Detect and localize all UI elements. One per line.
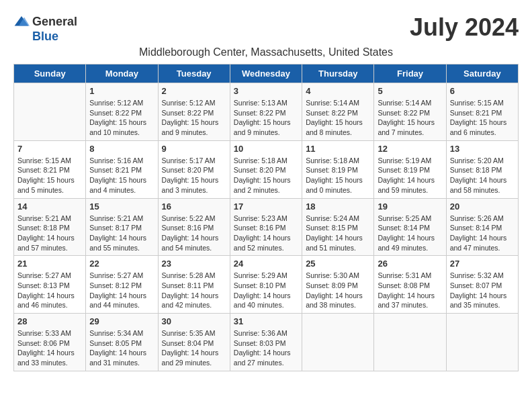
calendar-week-row: 28Sunrise: 5:33 AMSunset: 8:06 PMDayligh…	[14, 314, 519, 371]
calendar-cell	[446, 314, 518, 371]
calendar-week-row: 7Sunrise: 5:15 AMSunset: 8:21 PMDaylight…	[14, 140, 519, 198]
cell-day-number: 15	[89, 201, 154, 212]
calendar-cell: 15Sunrise: 5:21 AMSunset: 8:17 PMDayligh…	[86, 198, 158, 256]
cell-day-number: 26	[378, 259, 442, 269]
cell-day-number: 23	[162, 259, 226, 269]
calendar-cell: 3Sunrise: 5:13 AMSunset: 8:22 PMDaylight…	[230, 83, 302, 141]
calendar-cell: 19Sunrise: 5:25 AMSunset: 8:14 PMDayligh…	[374, 198, 446, 256]
header-saturday: Saturday	[446, 64, 518, 83]
logo-general: General	[32, 15, 77, 29]
calendar-cell: 20Sunrise: 5:26 AMSunset: 8:14 PMDayligh…	[446, 198, 518, 256]
calendar-cell: 24Sunrise: 5:29 AMSunset: 8:10 PMDayligh…	[230, 256, 302, 314]
calendar-cell: 5Sunrise: 5:14 AMSunset: 8:22 PMDaylight…	[374, 83, 446, 141]
logo: General Blue	[13, 13, 77, 44]
calendar-cell: 30Sunrise: 5:35 AMSunset: 8:04 PMDayligh…	[158, 314, 230, 371]
cell-info-text: Sunrise: 5:34 AMSunset: 8:05 PMDaylight:…	[89, 328, 154, 368]
cell-day-number: 9	[162, 144, 226, 154]
cell-day-number: 14	[17, 201, 82, 212]
calendar-cell: 31Sunrise: 5:36 AMSunset: 8:03 PMDayligh…	[230, 314, 302, 371]
cell-info-text: Sunrise: 5:14 AMSunset: 8:22 PMDaylight:…	[306, 98, 370, 138]
cell-info-text: Sunrise: 5:24 AMSunset: 8:15 PMDaylight:…	[306, 214, 370, 253]
calendar-cell: 26Sunrise: 5:31 AMSunset: 8:08 PMDayligh…	[374, 256, 446, 314]
cell-info-text: Sunrise: 5:25 AMSunset: 8:14 PMDaylight:…	[378, 214, 442, 253]
cell-day-number: 31	[234, 316, 298, 326]
header-wednesday: Wednesday	[230, 64, 302, 83]
calendar-cell: 8Sunrise: 5:16 AMSunset: 8:21 PMDaylight…	[86, 140, 158, 198]
cell-info-text: Sunrise: 5:27 AMSunset: 8:12 PMDaylight:…	[89, 271, 154, 310]
cell-day-number: 1	[89, 86, 154, 96]
header-sunday: Sunday	[14, 64, 86, 83]
cell-day-number: 19	[378, 201, 442, 212]
cell-info-text: Sunrise: 5:18 AMSunset: 8:20 PMDaylight:…	[234, 156, 298, 195]
cell-info-text: Sunrise: 5:21 AMSunset: 8:17 PMDaylight:…	[89, 214, 154, 253]
cell-info-text: Sunrise: 5:12 AMSunset: 8:22 PMDaylight:…	[162, 98, 226, 138]
cell-day-number: 4	[306, 86, 370, 96]
cell-day-number: 11	[306, 144, 370, 154]
cell-day-number: 13	[450, 144, 515, 154]
header: General Blue July 2024	[13, 13, 519, 44]
calendar-cell: 18Sunrise: 5:24 AMSunset: 8:15 PMDayligh…	[302, 198, 374, 256]
cell-info-text: Sunrise: 5:21 AMSunset: 8:18 PMDaylight:…	[17, 214, 82, 253]
cell-day-number: 17	[234, 201, 298, 212]
calendar-cell: 10Sunrise: 5:18 AMSunset: 8:20 PMDayligh…	[230, 140, 302, 198]
logo-icon	[13, 13, 30, 30]
header-monday: Monday	[86, 64, 158, 83]
cell-info-text: Sunrise: 5:20 AMSunset: 8:18 PMDaylight:…	[450, 156, 515, 195]
header-tuesday: Tuesday	[158, 64, 230, 83]
cell-info-text: Sunrise: 5:12 AMSunset: 8:22 PMDaylight:…	[89, 98, 154, 138]
calendar-cell: 14Sunrise: 5:21 AMSunset: 8:18 PMDayligh…	[14, 198, 86, 256]
calendar-week-row: 21Sunrise: 5:27 AMSunset: 8:13 PMDayligh…	[14, 256, 519, 314]
cell-day-number: 3	[234, 86, 298, 96]
cell-day-number: 6	[450, 86, 515, 96]
cell-day-number: 2	[162, 86, 226, 96]
calendar-cell: 7Sunrise: 5:15 AMSunset: 8:21 PMDaylight…	[14, 140, 86, 198]
cell-info-text: Sunrise: 5:29 AMSunset: 8:10 PMDaylight:…	[234, 271, 298, 310]
calendar-cell	[374, 314, 446, 371]
cell-info-text: Sunrise: 5:19 AMSunset: 8:19 PMDaylight:…	[378, 156, 442, 195]
calendar-cell: 6Sunrise: 5:15 AMSunset: 8:21 PMDaylight…	[446, 83, 518, 141]
calendar-cell: 1Sunrise: 5:12 AMSunset: 8:22 PMDaylight…	[86, 83, 158, 141]
logo-blue: Blue	[32, 30, 58, 44]
calendar-cell	[302, 314, 374, 371]
location-title: Middleborough Center, Massachusetts, Uni…	[13, 46, 519, 58]
calendar-cell: 12Sunrise: 5:19 AMSunset: 8:19 PMDayligh…	[374, 140, 446, 198]
cell-day-number: 21	[17, 259, 82, 269]
calendar-table: SundayMondayTuesdayWednesdayThursdayFrid…	[13, 64, 519, 371]
cell-info-text: Sunrise: 5:15 AMSunset: 8:21 PMDaylight:…	[450, 98, 515, 138]
cell-day-number: 25	[306, 259, 370, 269]
month-year-title: July 2024	[410, 13, 519, 42]
cell-info-text: Sunrise: 5:18 AMSunset: 8:19 PMDaylight:…	[306, 156, 370, 195]
cell-info-text: Sunrise: 5:27 AMSunset: 8:13 PMDaylight:…	[17, 271, 82, 310]
calendar-cell: 29Sunrise: 5:34 AMSunset: 8:05 PMDayligh…	[86, 314, 158, 371]
cell-info-text: Sunrise: 5:14 AMSunset: 8:22 PMDaylight:…	[378, 98, 442, 138]
calendar-cell: 16Sunrise: 5:22 AMSunset: 8:16 PMDayligh…	[158, 198, 230, 256]
calendar-cell	[14, 83, 86, 141]
header-friday: Friday	[374, 64, 446, 83]
calendar-cell: 28Sunrise: 5:33 AMSunset: 8:06 PMDayligh…	[14, 314, 86, 371]
cell-info-text: Sunrise: 5:35 AMSunset: 8:04 PMDaylight:…	[162, 328, 226, 368]
calendar-cell: 4Sunrise: 5:14 AMSunset: 8:22 PMDaylight…	[302, 83, 374, 141]
calendar-cell: 22Sunrise: 5:27 AMSunset: 8:12 PMDayligh…	[86, 256, 158, 314]
cell-info-text: Sunrise: 5:36 AMSunset: 8:03 PMDaylight:…	[234, 328, 298, 368]
cell-day-number: 7	[17, 144, 82, 154]
cell-info-text: Sunrise: 5:32 AMSunset: 8:07 PMDaylight:…	[450, 271, 515, 310]
cell-day-number: 8	[89, 144, 154, 154]
calendar-week-row: 1Sunrise: 5:12 AMSunset: 8:22 PMDaylight…	[14, 83, 519, 141]
cell-info-text: Sunrise: 5:31 AMSunset: 8:08 PMDaylight:…	[378, 271, 442, 310]
calendar-header-row: SundayMondayTuesdayWednesdayThursdayFrid…	[14, 64, 519, 83]
calendar-week-row: 14Sunrise: 5:21 AMSunset: 8:18 PMDayligh…	[14, 198, 519, 256]
cell-day-number: 18	[306, 201, 370, 212]
cell-info-text: Sunrise: 5:13 AMSunset: 8:22 PMDaylight:…	[234, 98, 298, 138]
cell-day-number: 27	[450, 259, 515, 269]
cell-day-number: 22	[89, 259, 154, 269]
cell-info-text: Sunrise: 5:17 AMSunset: 8:20 PMDaylight:…	[162, 156, 226, 195]
cell-day-number: 24	[234, 259, 298, 269]
cell-info-text: Sunrise: 5:28 AMSunset: 8:11 PMDaylight:…	[162, 271, 226, 310]
cell-day-number: 29	[89, 316, 154, 326]
calendar-cell: 17Sunrise: 5:23 AMSunset: 8:16 PMDayligh…	[230, 198, 302, 256]
cell-info-text: Sunrise: 5:33 AMSunset: 8:06 PMDaylight:…	[17, 328, 82, 368]
cell-day-number: 5	[378, 86, 442, 96]
header-thursday: Thursday	[302, 64, 374, 83]
cell-info-text: Sunrise: 5:23 AMSunset: 8:16 PMDaylight:…	[234, 214, 298, 253]
cell-info-text: Sunrise: 5:26 AMSunset: 8:14 PMDaylight:…	[450, 214, 515, 253]
